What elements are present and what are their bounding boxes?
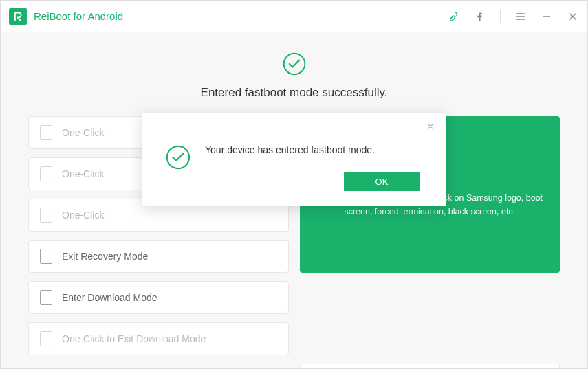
phone-icon [40, 125, 52, 140]
dialog-ok-button[interactable]: OK [344, 172, 420, 191]
dialog-text: Your device has entered fastboot mode. [205, 144, 422, 155]
action-label: One-Click [62, 210, 104, 221]
titlebar-left: ReiBoot for Android [9, 8, 123, 25]
phone-icon [40, 208, 52, 223]
action-label: One-Click [62, 168, 104, 179]
dialog-close-icon[interactable] [424, 120, 437, 133]
svg-point-1 [167, 146, 189, 168]
titlebar: ReiBoot for Android [1, 1, 587, 32]
action-label: Enter Download Mode [62, 292, 157, 303]
facebook-icon[interactable] [474, 10, 486, 23]
action-label: One-Click to Exit Download Mode [62, 333, 206, 344]
phone-icon [40, 331, 52, 346]
enter-download-button[interactable]: Enter Download Mode [28, 281, 289, 314]
status-area: Entered fastboot mode successfully. [28, 52, 560, 100]
menu-icon[interactable] [514, 10, 527, 23]
app-title: ReiBoot for Android [34, 10, 123, 22]
exit-recovery-button[interactable]: Exit Recovery Mode [28, 240, 289, 273]
action-label: Exit Recovery Mode [62, 251, 148, 262]
action-label: One-Click [62, 127, 104, 138]
dialog-check-icon [165, 144, 191, 170]
dialog-body: Your device has entered fastboot mode. O… [142, 113, 446, 206]
success-check-icon [282, 52, 307, 76]
dialog-content: Your device has entered fastboot mode. O… [205, 144, 422, 191]
phone-icon [40, 166, 52, 181]
close-icon[interactable] [567, 10, 579, 23]
key-icon[interactable] [448, 10, 460, 23]
app-logo [9, 8, 27, 25]
phone-icon [40, 290, 52, 305]
clear-cache-button[interactable]: One-Click to Clear System Cache [300, 364, 560, 369]
phone-icon [40, 249, 52, 264]
separator [500, 10, 501, 23]
minimize-icon[interactable] [541, 10, 553, 23]
exit-download-button[interactable]: One-Click to Exit Download Mode [28, 322, 289, 355]
titlebar-right [448, 10, 579, 23]
svg-point-0 [283, 54, 305, 75]
dialog: Your device has entered fastboot mode. O… [142, 113, 446, 206]
status-heading: Entered fastboot mode successfully. [28, 86, 560, 100]
